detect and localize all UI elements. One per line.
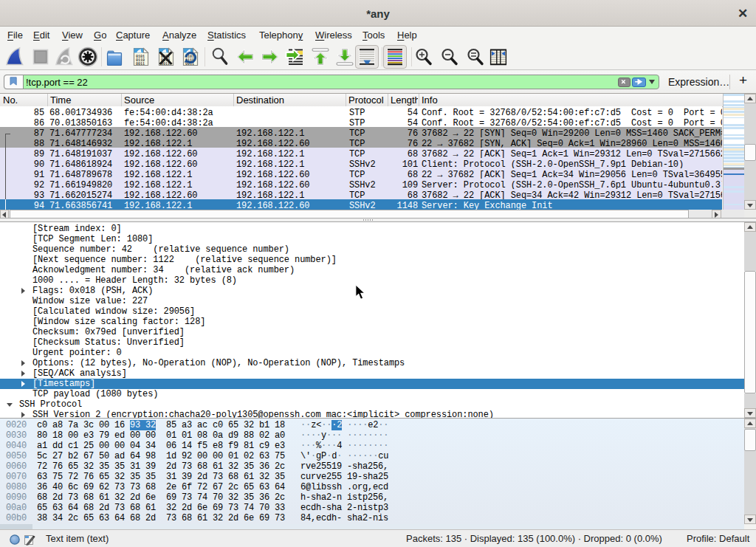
- svg-text:0011: 0011: [136, 62, 145, 66]
